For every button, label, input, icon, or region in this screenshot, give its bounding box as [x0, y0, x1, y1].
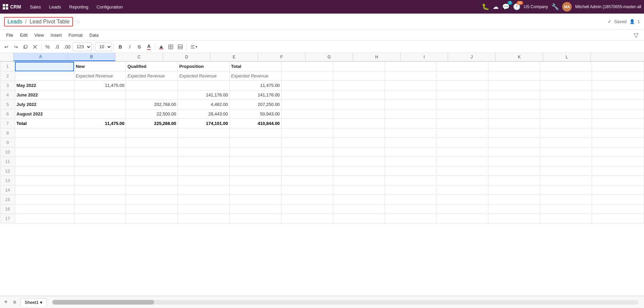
- decimal2-button[interactable]: .00: [62, 42, 72, 52]
- cell-k5[interactable]: [540, 100, 592, 109]
- cell-d5[interactable]: 4,482.00: [178, 100, 230, 109]
- cell-k1[interactable]: [540, 62, 592, 71]
- cell-f4[interactable]: [281, 90, 333, 100]
- cell-b3[interactable]: 11,475.00: [74, 81, 126, 90]
- font-size-dropdown[interactable]: 10 11 12 14: [95, 42, 112, 51]
- horizontal-scrollbar[interactable]: [52, 300, 639, 305]
- cell-j2[interactable]: [489, 71, 540, 81]
- company-name[interactable]: US Company: [524, 4, 548, 9]
- cell-f2[interactable]: [281, 71, 333, 81]
- cell-l6[interactable]: [592, 109, 644, 119]
- decimal0-button[interactable]: .0: [53, 42, 61, 52]
- menu-format[interactable]: Format: [65, 31, 86, 39]
- cell-g7[interactable]: [333, 119, 385, 128]
- cell-g6[interactable]: [333, 109, 385, 119]
- cell-h4[interactable]: [385, 90, 437, 100]
- cell-c7[interactable]: 225,268.00: [126, 119, 178, 128]
- cell-b7[interactable]: 11,475.00: [74, 119, 126, 128]
- cell-e7[interactable]: 410,844.00: [229, 119, 281, 128]
- cell-e4[interactable]: 141,176.00: [229, 90, 281, 100]
- cell-a2[interactable]: [15, 71, 74, 81]
- strikethrough-button[interactable]: S: [135, 42, 144, 52]
- cell-c1[interactable]: Qualified: [126, 62, 178, 71]
- app-logo[interactable]: CRM: [3, 4, 21, 10]
- cell-a6[interactable]: August 2022: [15, 109, 74, 119]
- menu-insert[interactable]: Insert: [47, 31, 65, 39]
- cell-d7[interactable]: 174,101.00: [178, 119, 230, 128]
- cell-b6[interactable]: [74, 109, 126, 119]
- cell-k7[interactable]: [540, 119, 592, 128]
- col-header-f[interactable]: F: [258, 53, 306, 61]
- fill-color-button[interactable]: [157, 42, 166, 52]
- cell-k3[interactable]: [540, 81, 592, 90]
- undo-button[interactable]: ↩: [2, 42, 11, 52]
- cell-i1[interactable]: [437, 62, 489, 71]
- cell-g1[interactable]: [333, 62, 385, 71]
- menu-view[interactable]: View: [31, 31, 47, 39]
- nav-leads[interactable]: Leads: [45, 3, 64, 11]
- cell-e1[interactable]: Total: [229, 62, 281, 71]
- cell-e2[interactable]: Expected Revenue: [229, 71, 281, 81]
- cell-d4[interactable]: 141,176.00: [178, 90, 230, 100]
- avatar[interactable]: MA: [562, 2, 572, 12]
- cell-a4[interactable]: June 2022: [15, 90, 74, 100]
- cell-h2[interactable]: [385, 71, 437, 81]
- nav-reporting[interactable]: Reporting: [66, 3, 92, 11]
- cell-f5[interactable]: [281, 100, 333, 109]
- cell-c4[interactable]: [126, 90, 178, 100]
- cell-i2[interactable]: [437, 71, 489, 81]
- cell-k6[interactable]: [540, 109, 592, 119]
- col-header-i[interactable]: I: [401, 53, 448, 61]
- cell-l1[interactable]: [592, 62, 644, 71]
- col-header-g[interactable]: G: [306, 53, 353, 61]
- cell-h7[interactable]: [385, 119, 437, 128]
- cell-i6[interactable]: [437, 109, 489, 119]
- cell-l4[interactable]: [592, 90, 644, 100]
- cell-a1[interactable]: [15, 62, 74, 71]
- cell-c3[interactable]: [126, 81, 178, 90]
- add-sheet-button[interactable]: +: [3, 298, 9, 306]
- bold-button[interactable]: B: [116, 42, 125, 52]
- favorite-icon[interactable]: ☆: [76, 18, 80, 25]
- sheet-dropdown-icon[interactable]: ▾: [40, 300, 42, 305]
- cell-j7[interactable]: [489, 119, 540, 128]
- italic-button[interactable]: I: [125, 42, 134, 52]
- cell-g5[interactable]: [333, 100, 385, 109]
- cell-h6[interactable]: [385, 109, 437, 119]
- col-header-h[interactable]: H: [353, 53, 401, 61]
- cell-a7[interactable]: Total: [15, 119, 74, 128]
- col-header-j[interactable]: J: [448, 53, 496, 61]
- cell-l2[interactable]: [592, 71, 644, 81]
- cell-c6[interactable]: 22,500.00: [126, 109, 178, 119]
- cell-j3[interactable]: [489, 81, 540, 90]
- cell-b1[interactable]: New: [74, 62, 126, 71]
- cell-e6[interactable]: 50,943.00: [229, 109, 281, 119]
- cell-i3[interactable]: [437, 81, 489, 90]
- cell-j6[interactable]: [489, 109, 540, 119]
- nav-configuration[interactable]: Configuration: [93, 3, 126, 11]
- sheet-tab[interactable]: Sheet1 ▾: [20, 298, 47, 306]
- cell-k4[interactable]: [540, 90, 592, 100]
- cell-d3[interactable]: [178, 81, 230, 90]
- cell-f3[interactable]: [281, 81, 333, 90]
- cell-f6[interactable]: [281, 109, 333, 119]
- cell-k2[interactable]: [540, 71, 592, 81]
- notif-icon[interactable]: 🕐 49: [513, 3, 520, 11]
- cell-i7[interactable]: [437, 119, 489, 128]
- cell-l3[interactable]: [592, 81, 644, 90]
- col-header-c[interactable]: C: [115, 53, 163, 61]
- percent-button[interactable]: %: [43, 42, 52, 52]
- cell-a5[interactable]: July 2022: [15, 100, 74, 109]
- cell-g3[interactable]: [333, 81, 385, 90]
- cell-h5[interactable]: [385, 100, 437, 109]
- cell-j1[interactable]: [489, 62, 540, 71]
- cell-e3[interactable]: 11,475.00: [229, 81, 281, 90]
- align-button[interactable]: ▾: [188, 42, 199, 52]
- col-header-b[interactable]: B: [68, 53, 115, 61]
- cell-l7[interactable]: [592, 119, 644, 128]
- chat-icon[interactable]: 💬 7: [502, 3, 510, 11]
- col-header-e[interactable]: E: [210, 53, 258, 61]
- cloud-icon[interactable]: ☁: [493, 3, 499, 11]
- menu-file[interactable]: File: [3, 31, 17, 39]
- merge-button[interactable]: [176, 42, 185, 52]
